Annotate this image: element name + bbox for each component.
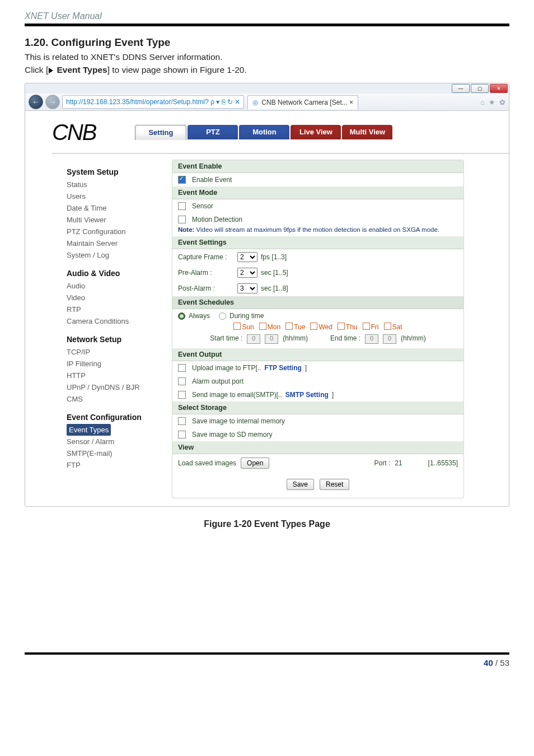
reset-button[interactable]: Reset (320, 479, 349, 490)
pre-alarm-label: Pre-Alarm : (178, 269, 234, 277)
sidebar-item-ptzconfig[interactable]: PTZ Configuration (67, 226, 162, 237)
sidebar-item-audio[interactable]: Audio (67, 280, 162, 292)
ftp-setting-link[interactable]: FTP Setting (264, 364, 301, 372)
sidebar-item-upnp[interactable]: UPnP / DynDNS / BJR (67, 381, 162, 393)
sensor-checkbox[interactable] (178, 202, 186, 210)
ck-mon[interactable] (259, 323, 266, 330)
tab-title: CNB Network Camera [Set... × (261, 99, 353, 106)
ck-sun[interactable] (233, 323, 241, 330)
capture-frame-hint: fps [1..3] (261, 253, 287, 261)
url-field[interactable]: http://192.168.123.35/html/operator/Setu… (62, 95, 244, 109)
tab-ptz[interactable]: PTZ (188, 125, 238, 139)
line2-bold: Event Types (57, 65, 107, 74)
sidebar-item-maintain[interactable]: Maintain Server (67, 237, 162, 249)
window-max-button[interactable]: ▢ (471, 84, 489, 93)
sidebar-item-status[interactable]: Status (67, 179, 162, 190)
save-button[interactable]: Save (287, 479, 314, 490)
pre-alarm-select[interactable]: 2 (237, 268, 257, 278)
ck-wed[interactable] (310, 323, 317, 330)
during-radio[interactable] (219, 312, 226, 320)
settings-icon[interactable]: ✿ (499, 98, 505, 106)
ck-sat[interactable] (384, 323, 391, 330)
capture-frame-label: Capture Frame : (178, 253, 234, 261)
motion-label: Motion Detection (192, 216, 242, 223)
window-close-button[interactable]: × (490, 84, 508, 93)
ck-tue[interactable] (285, 323, 293, 330)
sidebar-item-video[interactable]: Video (67, 292, 162, 304)
tab-setting[interactable]: Setting (135, 125, 186, 140)
lbl-fri: Fri (371, 323, 379, 331)
tab-underline (52, 153, 509, 154)
post-alarm-select[interactable]: 3 (237, 283, 257, 293)
home-icon[interactable]: ⌂ (480, 98, 485, 106)
sidebar-item-multiviewer[interactable]: Multi Viewer (67, 214, 162, 226)
smtp-setting-link[interactable]: SMTP Setting (285, 391, 329, 399)
ftp-upload-checkbox[interactable] (178, 364, 186, 372)
end-hh[interactable]: 0 (365, 334, 378, 344)
triangle-icon (49, 68, 53, 73)
post-alarm-hint: sec [1..8] (261, 284, 288, 292)
sidebar-item-rtp[interactable]: RTP (67, 304, 162, 315)
capture-frame-select[interactable]: 2 (237, 252, 257, 262)
sidebar-item-datetime[interactable]: Date & Time (67, 202, 162, 214)
sidebar-item-cms[interactable]: CMS (67, 393, 162, 405)
head-event-mode: Event Mode (172, 186, 463, 199)
ck-thu[interactable] (338, 323, 345, 330)
enable-event-label: Enable Event (192, 176, 232, 184)
time-row: Start time : 0 0 (hh/mm) End time : 0 0 … (172, 334, 463, 344)
address-bar: ← → http://192.168.123.35/html/operator/… (25, 94, 509, 111)
sidebar-item-eventtypes[interactable]: Event Types (67, 424, 111, 436)
always-radio[interactable] (178, 312, 185, 320)
port-value: 21 (395, 459, 402, 467)
sidebar-item-ipfilter[interactable]: IP Filtering (67, 358, 162, 370)
sidebar-item-ftp[interactable]: FTP (67, 459, 162, 471)
browser-tab[interactable]: ◎ CNB Network Camera [Set... × (247, 95, 358, 109)
save-sd-label: Save image to SD memory (192, 431, 272, 438)
save-sd-checkbox[interactable] (178, 431, 186, 438)
figure-caption: Figure 1-20 Event Types Page (25, 519, 509, 529)
tab-live[interactable]: Live View (291, 125, 341, 139)
section-line2: Click [ Event Types] to view page shown … (25, 65, 509, 75)
head-event-output: Event Output (172, 348, 463, 361)
page-total: 53 (500, 658, 509, 668)
page-number: 40 / 53 (25, 658, 509, 668)
start-time-label: Start time : (210, 334, 242, 344)
content-panel: Event Enable Enable Event Event Mode Sen… (172, 160, 464, 498)
sidebar-group-system: System Setup (67, 167, 162, 176)
top-rule (25, 24, 509, 26)
start-hh[interactable]: 0 (247, 334, 260, 344)
sidebar-item-sensor[interactable]: Sensor / Alarm (67, 436, 162, 447)
sidebar-item-tcpip[interactable]: TCP/IP (67, 346, 162, 358)
sidebar: System Setup Status Users Date & Time Mu… (67, 160, 162, 498)
lbl-mon: Mon (268, 323, 280, 331)
sidebar-item-smtp[interactable]: SMTP(E-mail) (67, 447, 162, 459)
head-select-storage: Select Storage (172, 402, 463, 414)
sidebar-item-cameracond[interactable]: Camera Conditions (67, 315, 162, 327)
pre-alarm-hint: sec [1..5] (261, 269, 288, 277)
enable-event-checkbox[interactable] (178, 176, 186, 184)
alarm-output-checkbox[interactable] (178, 377, 186, 385)
ck-fri[interactable] (363, 323, 370, 330)
tab-motion[interactable]: Motion (239, 125, 289, 139)
motion-checkbox[interactable] (178, 216, 186, 223)
open-button[interactable]: Open (241, 458, 269, 469)
sidebar-item-users[interactable]: Users (67, 190, 162, 202)
post-alarm-label: Post-Alarm : (178, 284, 234, 292)
start-mm[interactable]: 0 (265, 334, 278, 344)
sidebar-item-http[interactable]: HTTP (67, 370, 162, 381)
window-min-button[interactable]: — (452, 84, 470, 93)
note-label: Note: (178, 226, 194, 233)
smtp-label-a: Send image to email(SMTP)[.. (192, 391, 282, 399)
alarm-output-label: Alarm output port (192, 377, 243, 385)
sidebar-item-syslog[interactable]: System / Log (67, 249, 162, 261)
smtp-send-checkbox[interactable] (178, 391, 186, 399)
start-hhmm: (hh/mm) (283, 334, 308, 344)
forward-button[interactable]: → (45, 95, 60, 109)
tab-multi[interactable]: Multi View (342, 125, 392, 139)
always-label: Always (189, 312, 210, 320)
window-controls: — ▢ × (25, 83, 509, 94)
back-button[interactable]: ← (29, 95, 43, 109)
save-internal-checkbox[interactable] (178, 417, 186, 425)
end-mm[interactable]: 0 (383, 334, 396, 344)
favorite-icon[interactable]: ★ (489, 98, 495, 106)
